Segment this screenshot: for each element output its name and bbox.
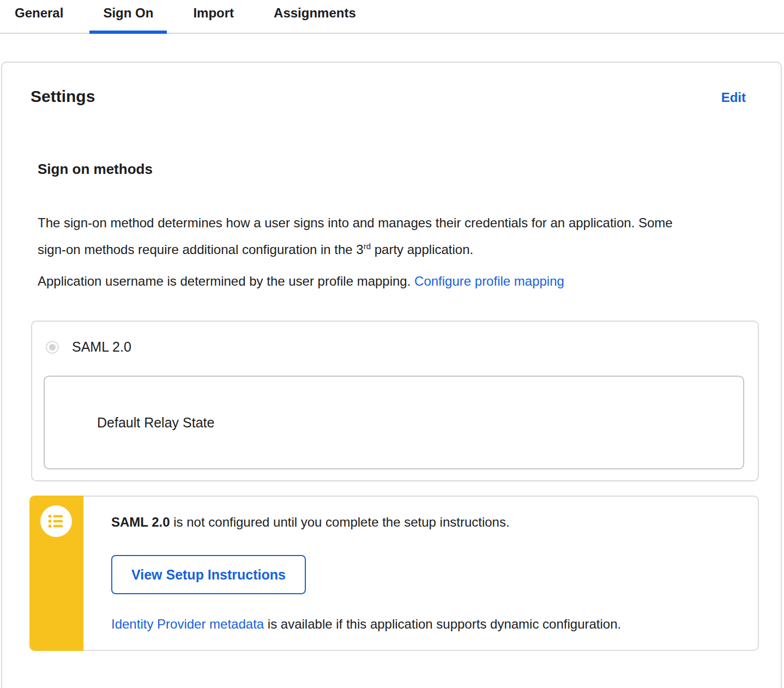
default-relay-state-box: Default Relay State	[44, 376, 744, 469]
callout-warning-strip	[29, 496, 83, 651]
configure-profile-mapping-link[interactable]: Configure profile mapping	[414, 274, 564, 288]
callout-message: SAML 2.0 is not configured until you com…	[111, 514, 736, 531]
saml-radio-button[interactable]	[46, 341, 59, 354]
view-setup-instructions-button[interactable]: View Setup Instructions	[111, 555, 306, 594]
metadata-line: Identity Provider metadata is available …	[111, 616, 736, 632]
tab-sign-on[interactable]: Sign On	[89, 0, 167, 33]
callout-message-method: SAML 2.0	[111, 515, 170, 529]
saml-radio-label: SAML 2.0	[72, 339, 131, 355]
saml-method-box: SAML 2.0 Default Relay State	[31, 321, 759, 481]
default-relay-state-label: Default Relay State	[97, 415, 214, 431]
description-text-end: party application.	[371, 242, 473, 257]
edit-link[interactable]: Edit	[721, 90, 746, 105]
app-tab-bar: General Sign On Import Assignments	[0, 0, 784, 34]
tab-import[interactable]: Import	[179, 0, 248, 33]
description-text: The sign-on method determines how a user…	[38, 215, 673, 257]
settings-title: Settings	[31, 87, 95, 106]
username-mapping-line: Application username is determined by th…	[38, 273, 746, 289]
tab-assignments[interactable]: Assignments	[260, 0, 370, 33]
settings-header: Settings Edit	[2, 63, 781, 106]
callout-content: SAML 2.0 is not configured until you com…	[31, 497, 758, 632]
metadata-text: is available if this application support…	[264, 617, 621, 631]
sign-on-methods-heading: Sign on methods	[38, 161, 781, 178]
username-mapping-text: Application username is determined by th…	[38, 274, 414, 288]
identity-provider-metadata-link[interactable]: Identity Provider metadata	[111, 617, 264, 631]
tab-general[interactable]: General	[1, 0, 77, 33]
list-icon	[40, 505, 72, 537]
saml-not-configured-callout: SAML 2.0 is not configured until you com…	[29, 496, 759, 651]
ordinal-superscript: rd	[364, 242, 371, 251]
saml-radio-row: SAML 2.0	[32, 322, 758, 355]
settings-card: Settings Edit Sign on methods The sign-o…	[1, 62, 782, 688]
callout-message-text: is not configured until you complete the…	[170, 515, 510, 529]
sign-on-methods-description: The sign-on method determines how a user…	[38, 209, 681, 263]
